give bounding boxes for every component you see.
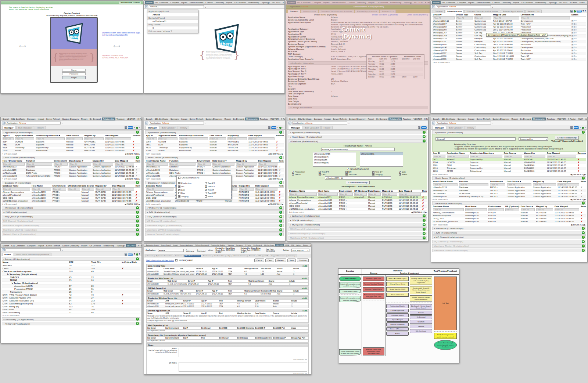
- remove-icon[interactable]: ✗: [279, 166, 281, 168]
- add-icon[interactable]: +: [279, 206, 282, 209]
- column-date-mapped[interactable]: Date Mapped: [104, 134, 132, 137]
- menu-kiwa[interactable]: KIWA: [577, 118, 584, 120]
- column-port[interactable]: Port: [227, 280, 248, 283]
- menu-admin[interactable]: Admin: [295, 244, 302, 246]
- section-mq-queue-4-relationships[interactable]: + MQ Queue (4 relationships)+: [432, 235, 586, 239]
- section-mainframe-region-0-relationships[interactable]: Mainframe Region (0 relationships)+: [2, 224, 140, 227]
- tab-business-services-and-activities[interactable]: Business Services and Activities: [319, 10, 355, 13]
- section-mainframe-lpar-0-relationships[interactable]: Mainframe LPAR (0 relationships)+: [288, 236, 427, 240]
- column-web-app-version[interactable]: Web App Version: [236, 312, 254, 315]
- remove-icon[interactable]: ✗: [136, 175, 137, 177]
- menu-kiwa[interactable]: KIWA: [284, 244, 290, 246]
- menu-ssl-certificate[interactable]: SSL Certificate: [263, 244, 275, 246]
- remove-icon[interactable]: ✗: [133, 147, 135, 149]
- section-application[interactable]: + Application (4 relationships)+: [288, 130, 427, 134]
- column-rte[interactable]: RTE: [68, 261, 90, 264]
- menu-x-factor[interactable]: X Factor: [282, 1, 284, 4]
- menu-on-demand[interactable]: On-Demand: [232, 118, 245, 120]
- checkbox-icon[interactable]: ✗: [292, 171, 294, 173]
- dropdown-arrow-icon[interactable]: ▾: [58, 191, 60, 193]
- checkbox-icon[interactable]: ✗: [319, 173, 321, 176]
- column-server-ip[interactable]: Server IP: [183, 312, 201, 315]
- menu-refresh-dashboard[interactable]: Refresh Dashboard: [194, 244, 210, 246]
- nwf-badge-icon[interactable]: NWF: [128, 253, 133, 256]
- dropdown-arrow-icon[interactable]: ▾: [203, 166, 205, 168]
- dropdown-arrow-icon[interactable]: ▾: [496, 195, 498, 198]
- filter-input[interactable]: Filter: All: [447, 155, 469, 158]
- zoom-icon[interactable]: ⌕: [576, 55, 577, 57]
- checkbox-staging[interactable]: ✗Staging: [372, 173, 383, 176]
- tab-mq[interactable]: MQ: [226, 254, 232, 257]
- menu-kiwa[interactable]: KIWA: [578, 1, 586, 4]
- tab-general[interactable]: General: [288, 10, 300, 13]
- table-row[interactable]: Friday00:0023:59: [368, 71, 423, 73]
- checkbox-icon[interactable]: ✗: [347, 168, 349, 170]
- menu-ssl-certificate[interactable]: SSL Certificate: [441, 1, 456, 4]
- dropdown-arrow-icon[interactable]: ▾: [203, 172, 205, 174]
- table-row[interactable]: EFIN - Purchasing3748: [2, 311, 140, 314]
- checkbox-icon[interactable]: [205, 182, 207, 184]
- column-host-device-name[interactable]: Host / Device Name: [2, 159, 25, 163]
- dropdown-arrow-icon[interactable]: ▾: [345, 208, 347, 210]
- column-include[interactable]: Include: [290, 312, 308, 315]
- menu-custom-discovery[interactable]: Custom Discovery: [204, 118, 223, 120]
- dropdown-arrow-icon[interactable]: ▾: [345, 202, 347, 204]
- notes-textarea[interactable]: [179, 348, 307, 357]
- table-row[interactable]: 7881DDMSupportsManualBAKERJ4611/14/2013 …: [2, 143, 140, 146]
- checkbox-test-st[interactable]: ✗Test-ST: [372, 171, 383, 173]
- menu-topology[interactable]: Topology: [259, 118, 269, 120]
- column-remove[interactable]: Remove: [135, 184, 140, 188]
- menu-impact[interactable]: Impact: [180, 1, 189, 4]
- column-java-version[interactable]: Java Version: [254, 312, 272, 315]
- filter-input[interactable]: Filter: All: [507, 183, 531, 186]
- section-jvm-4-relationships[interactable]: + JVM (4 relationships)+: [2, 210, 140, 214]
- dropdown-arrow-icon[interactable]: ▾: [495, 220, 496, 223]
- dropdown-arrow-icon[interactable]: ▾: [495, 214, 496, 217]
- checkbox-test-it[interactable]: ✗Test-IT: [292, 173, 301, 176]
- table-row[interactable]: uCMDBExtract_productionohlewdbp0133PROD …: [432, 220, 586, 223]
- column-source[interactable]: Source: [276, 290, 292, 293]
- table-row[interactable]: ohlewwbp0147ServerCustom AppApr 30 2013 …: [432, 46, 586, 49]
- section-application[interactable]: - Application (4 relationships)+: [2, 130, 140, 134]
- checkbox-test-it[interactable]: ✗Test-IT: [205, 188, 230, 191]
- add-button[interactable]: + Add: [302, 277, 307, 279]
- table-row[interactable]: 4616ThinkmapSupported byManualRUTHERB11/…: [145, 146, 284, 149]
- filter-input[interactable]: Filter: All: [533, 183, 556, 186]
- detail-icon[interactable]: ▤: [571, 46, 574, 48]
- tab-manager[interactable]: Manager: [289, 126, 302, 129]
- section-network-device-0-relationships[interactable]: Network Device (0 relationships)+: [2, 232, 140, 236]
- column-database-name[interactable]: Database Name: [432, 205, 465, 208]
- filter-input[interactable]: Filter: All: [521, 208, 535, 211]
- filter-icon[interactable]: T: [134, 253, 135, 256]
- menu-ssl-certificate[interactable]: SSL Certificate: [10, 118, 26, 120]
- checkbox-icon[interactable]: [175, 259, 178, 261]
- dropdown-arrow-icon[interactable]: ▾: [495, 217, 496, 220]
- filter-input[interactable]: Filter: All: [146, 137, 157, 140]
- dropdown-arrow-icon[interactable]: ▾: [496, 189, 498, 192]
- column-src-ip[interactable]: Src IP: [183, 337, 201, 340]
- pager[interactable]: ◀ [SHOW ALL] ▶: [411, 211, 427, 213]
- column-dest-server[interactable]: Dest Server: [219, 337, 237, 340]
- table-row[interactable]: EFIN - Accounts Payable (AP)5827: [2, 296, 140, 299]
- table-row[interactable]: ODS_ODOohlewdbp0133PROD ▾ManualRUTHERB11…: [288, 205, 427, 207]
- clear-button[interactable]: Clear: [265, 259, 274, 262]
- filter-input[interactable]: Filter: All: [504, 155, 522, 158]
- save-button[interactable]: Save: [287, 259, 296, 262]
- filter-input[interactable]: Filter: All: [433, 155, 445, 158]
- add-icon[interactable]: +: [136, 224, 139, 227]
- remove-icon[interactable]: ✗: [279, 175, 281, 177]
- menu-compare[interactable]: Compare: [456, 1, 467, 4]
- menu-report[interactable]: Report: [367, 1, 376, 4]
- column-database-name[interactable]: Database Name: [288, 189, 318, 193]
- dropdown-arrow-icon[interactable]: ▾: [496, 186, 498, 188]
- column-date-mapped[interactable]: Date Mapped: [398, 189, 422, 193]
- table-row[interactable]: athena6ProdIportalohlewdbp0133PROD ▾Manu…: [432, 214, 586, 217]
- menu-ssl-certificate[interactable]: SSL Certificate: [441, 118, 456, 120]
- column-date-mapped[interactable]: Date Mapped: [257, 159, 278, 163]
- table-row[interactable]: uCMDBExtract_productionohlewdbp0133PROD …: [145, 199, 284, 202]
- filter-input[interactable]: Filter: All: [69, 163, 91, 166]
- table-row[interactable]: EFIN - Billing (BI)11376: [2, 305, 140, 308]
- search-input[interactable]: Application:Athena: [436, 5, 491, 8]
- section-mainframe-lpar-0-relationships[interactable]: Mainframe LPAR (0 relationships)+: [432, 249, 586, 252]
- table-row[interactable]: 5471Athena2Supported byManualKOSKYA101/0…: [432, 158, 586, 161]
